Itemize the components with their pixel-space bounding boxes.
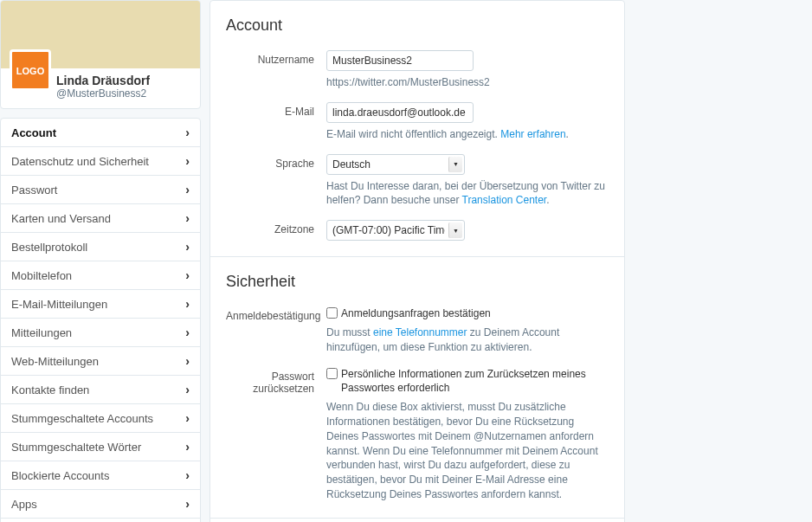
- language-label: Sprache: [226, 154, 326, 209]
- pw-reset-checkbox[interactable]: [326, 368, 338, 379]
- chevron-right-icon: ›: [185, 126, 190, 139]
- translation-center-link[interactable]: Translation Center: [462, 194, 547, 206]
- chevron-right-icon: ›: [185, 268, 190, 282]
- nav-item-stummgeschaltete-w-rter[interactable]: Stummgeschaltete Wörter›: [1, 432, 200, 461]
- nav-item-mobiltelefon[interactable]: Mobiltelefon›: [1, 261, 200, 289]
- chevron-right-icon: ›: [185, 411, 190, 425]
- profile-name[interactable]: Linda Dräusdorf: [56, 74, 150, 87]
- nav-item-mitteilungen[interactable]: Mitteilungen›: [1, 318, 200, 346]
- email-learn-more-link[interactable]: Mehr erfahren: [500, 128, 565, 140]
- chevron-right-icon: ›: [185, 325, 190, 339]
- section-divider: [210, 518, 624, 519]
- nav-item-label: E-Mail-Mitteilungen: [11, 298, 107, 311]
- nav-item-label: Stummgeschaltete Accounts: [11, 412, 153, 425]
- nav-item-blockierte-accounts[interactable]: Blockierte Accounts›: [1, 461, 200, 489]
- nav-item-label: Karten und Versand: [11, 212, 111, 225]
- account-section-title: Account: [226, 16, 609, 35]
- chevron-right-icon: ›: [185, 154, 190, 168]
- section-divider: [210, 256, 624, 257]
- nav-item-kontakte-finden[interactable]: Kontakte finden›: [1, 375, 200, 403]
- nav-item-label: Kontakte finden: [11, 383, 89, 396]
- nav-item-e-mail-mitteilungen[interactable]: E-Mail-Mitteilungen›: [1, 289, 200, 318]
- chevron-right-icon: ›: [185, 497, 190, 511]
- profile-card: LOGO Linda Dräusdorf @MusterBusiness2: [0, 0, 201, 109]
- nav-item-bestellprotokoll[interactable]: Bestellprotokoll›: [1, 232, 200, 261]
- nav-item-label: Apps: [11, 498, 37, 511]
- nav-item-passwort[interactable]: Passwort›: [1, 175, 200, 203]
- username-input[interactable]: [326, 50, 474, 71]
- login-verify-label: Anmeldebestätigung: [226, 306, 326, 354]
- email-label: E-Mail: [226, 102, 326, 142]
- nav-item-stummgeschaltete-accounts[interactable]: Stummgeschaltete Accounts›: [1, 403, 200, 432]
- chevron-right-icon: ›: [185, 297, 190, 311]
- chevron-right-icon: ›: [185, 468, 190, 482]
- login-verify-checkbox[interactable]: [326, 307, 338, 319]
- nav-item-account[interactable]: Account›: [1, 119, 200, 146]
- chevron-right-icon: ›: [185, 183, 190, 197]
- chevron-right-icon: ›: [185, 354, 190, 368]
- pw-reset-help-text: Wenn Du diese Box aktivierst, musst Du z…: [326, 400, 609, 502]
- pw-reset-label: Passwort zurücksetzen: [226, 367, 326, 502]
- nav-item-label: Bestellprotokoll: [11, 241, 87, 254]
- avatar[interactable]: LOGO: [10, 49, 51, 91]
- nav-item-label: Passwort: [11, 184, 57, 197]
- email-help-text: E-Mail wird nicht öffentlich angezeigt. …: [326, 127, 609, 142]
- pw-reset-checkbox-label: Persönliche Informationen zum Zurücksetz…: [341, 367, 609, 396]
- timezone-select[interactable]: (GMT-07:00) Pacific Time (US: [326, 220, 465, 241]
- nav-item-label: Mitteilungen: [11, 326, 72, 339]
- security-section-title: Sicherheit: [226, 273, 609, 291]
- chevron-right-icon: ›: [185, 383, 190, 396]
- login-verify-checkbox-label: Anmeldungsanfragen bestätigen: [341, 306, 491, 321]
- nav-item-label: Account: [11, 126, 56, 139]
- login-verify-help-text: Du musst eine Telefonnummer zu Deinem Ac…: [326, 325, 609, 355]
- settings-nav: Account›Datenschutz und Sicherheit›Passw…: [0, 118, 201, 522]
- nav-item-label: Stummgeschaltete Wörter: [11, 441, 141, 454]
- chevron-right-icon: ›: [185, 240, 190, 254]
- nav-item-apps[interactable]: Apps›: [1, 489, 200, 518]
- nav-item-karten-und-versand[interactable]: Karten und Versand›: [1, 203, 200, 232]
- language-help-text: Hast Du Interesse daran, bei der Überset…: [326, 179, 609, 209]
- nav-item-label: Blockierte Accounts: [11, 469, 109, 482]
- language-select[interactable]: Deutsch: [326, 154, 465, 175]
- sidebar: LOGO Linda Dräusdorf @MusterBusiness2 Ac…: [0, 0, 201, 522]
- nav-item-datenschutz-und-sicherheit[interactable]: Datenschutz und Sicherheit›: [1, 146, 200, 175]
- nav-item-label: Mobiltelefon: [11, 269, 72, 282]
- timezone-label: Zeitzone: [226, 220, 326, 241]
- username-url-text: https://twitter.com/MusterBusiness2: [326, 75, 609, 90]
- email-input[interactable]: [326, 102, 474, 123]
- username-label: Nutzername: [226, 50, 326, 90]
- chevron-right-icon: ›: [185, 211, 190, 225]
- chevron-right-icon: ›: [185, 440, 190, 454]
- nav-item-web-mitteilungen[interactable]: Web-Mitteilungen›: [1, 346, 200, 375]
- profile-handle: @MusterBusiness2: [56, 87, 150, 100]
- settings-main: Account Nutzername https://twitter.com/M…: [209, 0, 625, 522]
- nav-item-label: Datenschutz und Sicherheit: [11, 155, 149, 168]
- add-phone-link[interactable]: eine Telefonnummer: [373, 326, 467, 338]
- nav-item-label: Web-Mitteilungen: [11, 355, 99, 368]
- nav-item-widgets[interactable]: Widgets›: [1, 518, 200, 522]
